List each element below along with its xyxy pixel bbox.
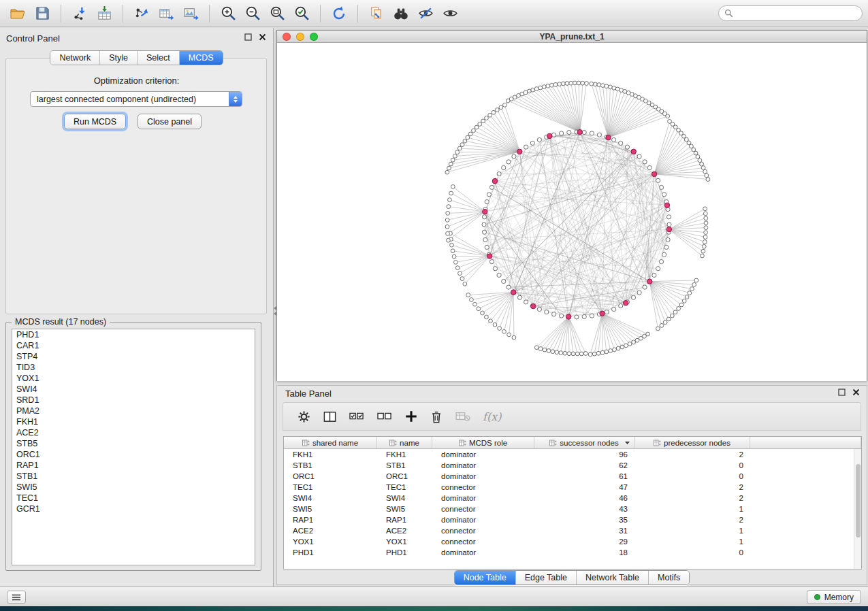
export-image-button[interactable] [178, 3, 203, 24]
table-cell [750, 471, 861, 482]
import-table-button[interactable] [92, 3, 116, 24]
network-view-window: YPA_prune.txt_1 [276, 30, 867, 381]
save-session-button[interactable] [30, 3, 54, 24]
show-columns-icon[interactable] [323, 410, 337, 424]
table-scrollbar-thumb[interactable] [856, 464, 861, 538]
table-cell: 47 [534, 482, 634, 493]
list-item[interactable]: ACE2 [12, 427, 255, 438]
show-all-button[interactable] [438, 3, 462, 24]
tab-motifs[interactable]: Motifs [648, 571, 689, 584]
list-item[interactable]: SWI4 [12, 384, 255, 395]
close-panel-icon[interactable] [259, 33, 266, 41]
open-session-button[interactable] [5, 3, 30, 24]
close-panel-button[interactable]: Close panel [138, 114, 202, 129]
select-all-columns-icon[interactable] [349, 410, 365, 423]
mcds-result-list[interactable]: PHD1CAR1STP4TID3YOX1SWI4SRD1PMA2FKH1ACE2… [12, 329, 255, 565]
list-item[interactable]: YOX1 [12, 373, 255, 384]
delete-column-trash-icon[interactable] [430, 410, 443, 424]
hide-selected-button[interactable] [413, 3, 438, 24]
criterion-dropdown[interactable]: largest connected component (undirected) [30, 91, 242, 107]
list-item[interactable]: TID3 [12, 362, 255, 373]
list-item[interactable]: PHD1 [12, 329, 255, 340]
list-item[interactable]: TEC1 [12, 493, 255, 503]
export-network-button[interactable] [129, 3, 154, 24]
column-header-name[interactable]: name [377, 437, 432, 448]
search-icon [724, 9, 733, 18]
dropdown-stepper-icon [229, 92, 242, 106]
run-mcds-button[interactable]: Run MCDS [64, 114, 126, 129]
tab-style[interactable]: Style [99, 51, 137, 65]
network-graph-svg[interactable] [277, 44, 867, 381]
list-item[interactable]: STB1 [12, 471, 255, 482]
unselect-all-columns-icon[interactable] [376, 410, 393, 423]
tab-node-table[interactable]: Node Table [455, 571, 515, 584]
window-minimize-icon[interactable] [296, 33, 304, 41]
export-table-button[interactable] [154, 3, 178, 24]
list-item[interactable]: CAR1 [12, 340, 255, 351]
table-cell: PHD1 [284, 547, 377, 558]
status-menu-button[interactable] [7, 591, 26, 604]
table-row[interactable]: SWI4SWI4dominator462 [284, 493, 861, 503]
float-panel-icon[interactable] [838, 389, 846, 396]
list-item[interactable]: PMA2 [12, 406, 255, 416]
table-row[interactable]: ORC1ORC1dominator610 [284, 471, 861, 482]
table-row[interactable]: FKH1FKH1dominator962 [284, 449, 861, 460]
table-row[interactable]: STB1STB1dominator620 [284, 460, 861, 471]
tab-select[interactable]: Select [137, 51, 179, 65]
table-row[interactable]: RAP1RAP1dominator352 [284, 514, 861, 525]
table-cell: connector [432, 536, 534, 547]
network-window-title: YPA_prune.txt_1 [539, 32, 604, 42]
table-cell [750, 536, 861, 547]
network-window-titlebar[interactable]: YPA_prune.txt_1 [277, 31, 867, 43]
table-cell: 35 [534, 514, 634, 525]
create-column-plus-icon[interactable] [404, 410, 418, 423]
column-header-MCDS-role[interactable]: MCDS role [432, 437, 534, 448]
search-field[interactable] [718, 5, 863, 21]
table-cell [750, 460, 861, 471]
zoom-in-button[interactable] [216, 3, 240, 24]
refresh-button[interactable] [327, 3, 351, 24]
clone-network-icon [369, 5, 385, 21]
zoom-in-icon [220, 5, 237, 22]
zoom-out-button[interactable] [240, 3, 265, 24]
memory-button[interactable]: Memory [807, 590, 861, 604]
list-item[interactable]: ORC1 [12, 449, 255, 460]
chevron-down-icon[interactable] [624, 441, 630, 445]
tab-network-table[interactable]: Network Table [576, 571, 648, 584]
list-item[interactable]: STB5 [12, 438, 255, 449]
table-row[interactable]: ACE2ACE2connector311 [284, 525, 861, 536]
network-canvas[interactable] [277, 44, 867, 381]
tab-edge-table[interactable]: Edge Table [515, 571, 576, 584]
list-item[interactable]: GCR1 [12, 503, 255, 514]
zoom-selected-button[interactable] [289, 3, 314, 24]
list-item[interactable]: RAP1 [12, 460, 255, 471]
column-sort-icon [549, 439, 557, 447]
table-scrollbar[interactable] [854, 449, 861, 569]
close-panel-icon[interactable] [852, 389, 860, 396]
column-header-shared-name[interactable]: shared name [284, 437, 377, 448]
list-item[interactable]: FKH1 [12, 416, 255, 427]
search-input[interactable] [737, 9, 856, 18]
list-item[interactable]: STP4 [12, 351, 255, 362]
column-header-successor-nodes[interactable]: successor nodes [534, 437, 634, 448]
import-network-button[interactable] [67, 3, 92, 24]
eye-slash-icon [417, 5, 434, 22]
table-options-gear-icon[interactable] [297, 410, 311, 424]
zoom-fit-button[interactable] [265, 3, 289, 24]
table-row[interactable]: YOX1YOX1connector291 [284, 536, 861, 547]
clone-network-button[interactable] [364, 3, 389, 24]
list-item[interactable]: SRD1 [12, 395, 255, 406]
tab-network[interactable]: Network [50, 51, 99, 65]
table-row[interactable]: TEC1TEC1connector472 [284, 482, 861, 493]
window-close-icon[interactable] [283, 33, 291, 41]
list-item[interactable]: SWI5 [12, 482, 255, 493]
table-row[interactable]: SWI5SWI5connector431 [284, 503, 861, 514]
control-panel: Control Panel NetworkStyleSelectMCDS Opt… [0, 28, 274, 587]
tab-mcds[interactable]: MCDS [179, 51, 223, 65]
float-panel-icon[interactable] [244, 33, 252, 41]
table-row[interactable]: PHD1PHD1dominator180 [284, 547, 861, 558]
column-header-predecessor-nodes[interactable]: predecessor nodes [634, 437, 750, 448]
window-maximize-icon[interactable] [310, 33, 318, 41]
table-cell: 1 [634, 536, 750, 547]
find-button[interactable] [389, 3, 413, 24]
